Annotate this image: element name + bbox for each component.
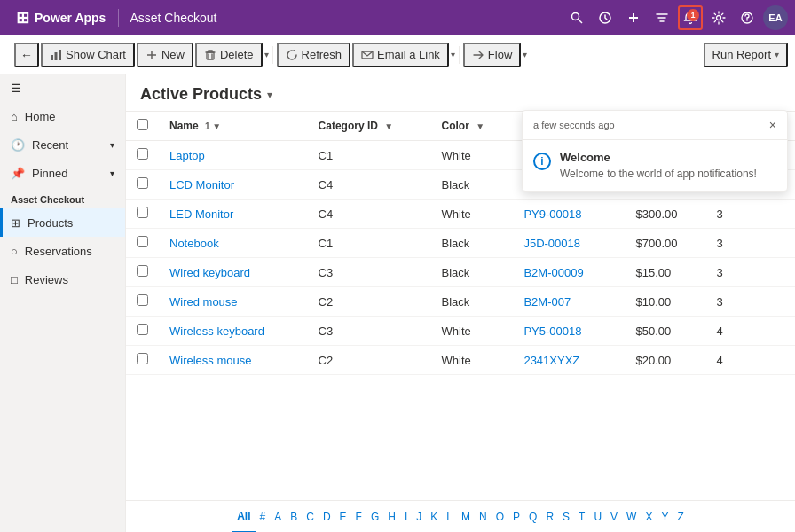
sidebar-toggle[interactable]: ☰ xyxy=(0,74,125,102)
notification-close-button[interactable]: × xyxy=(769,118,776,132)
delete-button[interactable]: Delete xyxy=(195,43,263,67)
sidebar-item-recent[interactable]: 🕐 Recent ▾ xyxy=(0,130,125,159)
alpha-item-#[interactable]: # xyxy=(256,501,271,533)
app-name-area[interactable]: ⊞ Power Apps xyxy=(7,8,114,27)
sidebar-item-reviews[interactable]: □ Reviews xyxy=(0,265,125,293)
table-row: Wireless keyboard C3 White PY5-00018 $50… xyxy=(126,317,795,346)
sidebar-item-products[interactable]: ⊞ Products xyxy=(0,208,125,237)
alpha-item-q[interactable]: Q xyxy=(524,501,541,533)
command-bar: ← Show Chart New Delete ▾ Refresh Email … xyxy=(0,35,795,74)
alpha-item-h[interactable]: H xyxy=(383,501,400,533)
alpha-item-i[interactable]: I xyxy=(400,501,412,533)
table-row: Notebook C1 Black J5D-00018 $700.00 3 xyxy=(126,229,795,258)
row-name-link[interactable]: Wired keyboard xyxy=(169,266,250,279)
row-name-link[interactable]: LED Monitor xyxy=(169,207,233,221)
title-chevron-icon[interactable]: ▾ xyxy=(267,89,272,101)
row-checkbox[interactable] xyxy=(137,265,148,277)
select-all-header[interactable] xyxy=(126,112,159,141)
sidebar-item-pinned[interactable]: 📌 Pinned ▾ xyxy=(0,159,125,187)
flow-chevron[interactable]: ▾ xyxy=(523,50,527,59)
waffle-icon[interactable]: ⊞ xyxy=(16,8,29,27)
run-report-button[interactable]: Run Report ▾ xyxy=(704,43,788,67)
email-chevron[interactable]: ▾ xyxy=(451,50,455,59)
plus-icon[interactable] xyxy=(621,5,646,30)
alpha-item-all[interactable]: All xyxy=(232,501,255,533)
notification-popup: a few seconds ago × i Welcome Welcome to… xyxy=(522,110,788,192)
row-name-link[interactable]: LCD Monitor xyxy=(169,178,234,192)
flow-button[interactable]: Flow xyxy=(463,43,521,67)
filter-icon[interactable] xyxy=(649,5,674,30)
alpha-item-c[interactable]: C xyxy=(302,501,319,533)
alpha-item-p[interactable]: P xyxy=(508,501,524,533)
alpha-item-k[interactable]: K xyxy=(426,501,442,533)
refresh-button[interactable]: Refresh xyxy=(277,43,351,67)
alpha-item-m[interactable]: M xyxy=(457,501,475,533)
alpha-item-n[interactable]: N xyxy=(475,501,492,533)
page-title: Active Products xyxy=(140,85,262,104)
notification-bell-icon[interactable]: 1 xyxy=(678,5,703,30)
circle-arrow-icon[interactable] xyxy=(593,5,618,30)
row-name-link[interactable]: Laptop xyxy=(169,149,205,162)
delete-chevron[interactable]: ▾ xyxy=(264,50,269,59)
alpha-item-r[interactable]: R xyxy=(541,501,558,533)
avatar[interactable]: EA xyxy=(763,5,788,30)
alpha-item-z[interactable]: Z xyxy=(673,501,688,533)
row-checkbox-cell[interactable] xyxy=(126,346,159,375)
alpha-item-e[interactable]: E xyxy=(335,501,351,533)
row-checkbox-cell[interactable] xyxy=(126,258,159,287)
category-column-header[interactable]: Category ID ▼ xyxy=(308,112,431,141)
row-checkbox[interactable] xyxy=(137,324,148,335)
alpha-item-v[interactable]: V xyxy=(606,501,622,533)
alpha-item-x[interactable]: X xyxy=(641,501,657,533)
row-model-cell: B2M-00009 xyxy=(513,258,625,287)
table-row: Wireless mouse C2 White 2341XYXZ $20.00 … xyxy=(126,346,795,375)
alpha-item-s[interactable]: S xyxy=(558,501,574,533)
alpha-item-j[interactable]: J xyxy=(412,501,426,533)
row-checkbox-cell[interactable] xyxy=(126,200,159,229)
row-checkbox[interactable] xyxy=(137,148,148,160)
content-area: a few seconds ago × i Welcome Welcome to… xyxy=(126,74,795,532)
row-name-link[interactable]: Wireless keyboard xyxy=(169,325,264,338)
svg-point-7 xyxy=(747,20,748,21)
color-column-header[interactable]: Color ▼ xyxy=(431,112,514,141)
alpha-item-o[interactable]: O xyxy=(492,501,508,533)
notification-timestamp: a few seconds ago xyxy=(533,120,615,130)
row-category-cell: C1 xyxy=(308,229,431,258)
alpha-item-t[interactable]: T xyxy=(574,501,589,533)
search-icon[interactable] xyxy=(564,5,589,30)
alpha-item-y[interactable]: Y xyxy=(657,501,673,533)
settings-icon[interactable] xyxy=(706,5,731,30)
row-checkbox[interactable] xyxy=(137,207,148,218)
alpha-item-w[interactable]: W xyxy=(622,501,641,533)
alpha-item-d[interactable]: D xyxy=(319,501,335,533)
row-name-link[interactable]: Wired mouse xyxy=(169,295,238,309)
row-checkbox[interactable] xyxy=(137,353,148,364)
sidebar-item-home[interactable]: ⌂ Home xyxy=(0,102,125,130)
alpha-item-l[interactable]: L xyxy=(442,501,457,533)
help-icon[interactable] xyxy=(735,5,760,30)
row-checkbox-cell[interactable] xyxy=(126,287,159,317)
row-name-link[interactable]: Notebook xyxy=(169,237,219,250)
alpha-item-b[interactable]: B xyxy=(286,501,302,533)
row-checkbox[interactable] xyxy=(137,177,148,189)
show-chart-button[interactable]: Show Chart xyxy=(41,43,135,67)
row-checkbox-cell[interactable] xyxy=(126,317,159,346)
new-button[interactable]: New xyxy=(137,43,193,67)
alpha-item-u[interactable]: U xyxy=(589,501,606,533)
alpha-item-g[interactable]: G xyxy=(366,501,383,533)
row-checkbox-cell[interactable] xyxy=(126,170,159,200)
select-all-checkbox[interactable] xyxy=(137,119,148,130)
sidebar-item-reservations[interactable]: ○ Reservations xyxy=(0,237,125,265)
row-color-cell: Black xyxy=(431,287,514,317)
row-name-link[interactable]: Wireless mouse xyxy=(169,354,251,367)
notification-content: Welcome Welcome to the world of app noti… xyxy=(560,151,757,180)
back-button[interactable]: ← xyxy=(14,43,39,67)
row-checkbox[interactable] xyxy=(137,294,148,306)
row-checkbox[interactable] xyxy=(137,236,148,247)
row-checkbox-cell[interactable] xyxy=(126,141,159,170)
name-column-header[interactable]: Name 1 ▼ xyxy=(159,112,308,141)
row-checkbox-cell[interactable] xyxy=(126,229,159,258)
alpha-item-f[interactable]: F xyxy=(351,501,366,533)
email-link-button[interactable]: Email a Link xyxy=(352,43,449,67)
alpha-item-a[interactable]: A xyxy=(270,501,286,533)
